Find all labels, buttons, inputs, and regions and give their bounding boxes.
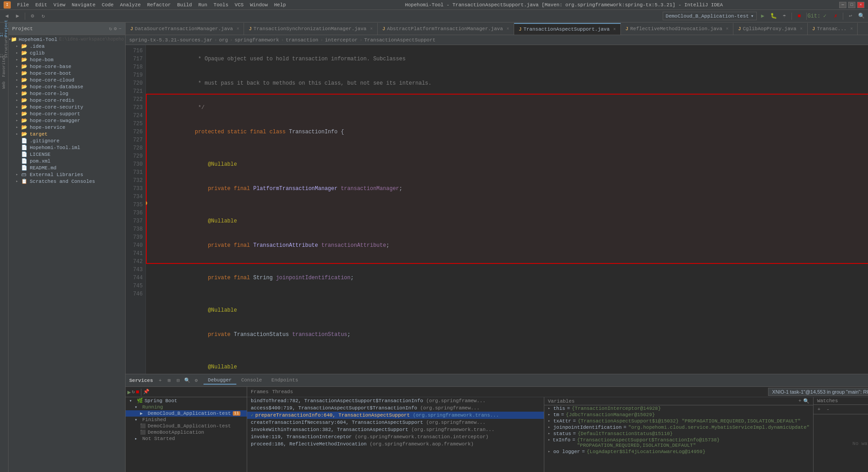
watch-add-btn[interactable]: + <box>815 406 823 413</box>
pin-btn[interactable]: 📌 <box>143 389 149 396</box>
settings-icon[interactable]: ⚙ <box>27 11 37 21</box>
breadcrumb-jar[interactable]: spring-tx-5.3.21-sources.jar <box>129 37 212 43</box>
favorites-icon[interactable]: Favorites <box>0 62 8 70</box>
tree-item-hope-core-redis[interactable]: ▸ 📂 hope-core-redis <box>9 97 125 104</box>
svc-spring-boot[interactable]: ▾ 🌿 Spring Boot <box>126 397 247 404</box>
thread-selector[interactable]: XNIO-1 task-1"@14,553 in group "main": R… <box>768 388 868 396</box>
code-content[interactable]: * Opaque object used to hold transaction… <box>146 45 868 374</box>
svc-democloudb2[interactable]: ⬛ DemoCloud_B_Application-test <box>126 423 247 429</box>
menu-run[interactable]: Run <box>195 2 210 8</box>
var-tm[interactable]: ▸ tm = {JdbcTransactionManager@15029} <box>544 412 813 418</box>
stop-btn[interactable]: ■ <box>136 389 139 396</box>
menu-code[interactable]: Code <box>99 2 116 8</box>
undo-icon[interactable]: ↩ <box>845 11 855 21</box>
search-icon[interactable]: 🔍 <box>856 11 866 21</box>
tree-item-cglib[interactable]: ▸ 📂 cglib <box>9 50 125 56</box>
tab-datasource[interactable]: J DataSourceTransactionManager.java × <box>126 23 244 35</box>
tree-item-hope-core-swagger[interactable]: ▸ 📂 hope-core-swagger <box>9 117 125 124</box>
project-icon[interactable]: 1: Project <box>0 24 8 32</box>
menu-help[interactable]: Help <box>271 2 289 8</box>
tree-item-hope-core-security[interactable]: ▸ 📂 hope-core-security <box>9 104 125 110</box>
breadcrumb-springframework[interactable]: springframework <box>235 37 279 43</box>
tab-txaspect[interactable]: J TransactionAspectSupport.java × <box>514 23 621 35</box>
tab-debugger[interactable]: Debugger <box>203 377 236 385</box>
frame-5[interactable]: invoke:119, TransactionInterceptor (org.… <box>247 433 544 440</box>
tree-item-pom[interactable]: 📄 pom.xml <box>9 158 125 164</box>
watch-remove-btn[interactable]: - <box>824 406 832 413</box>
svc-add-btn[interactable]: + <box>157 377 164 384</box>
svc-demoboot[interactable]: ⬛ DemoBootApplication <box>126 429 247 436</box>
menu-analyze[interactable]: Analyze <box>117 2 143 8</box>
var-add-btn[interactable]: + <box>799 398 802 404</box>
tree-item-hope-core-cloud[interactable]: ▸ 📂 hope-core-cloud <box>9 77 125 83</box>
menu-edit[interactable]: Edit <box>32 2 50 8</box>
var-txinfo[interactable]: ▸ txInfo = {TransactionAspectSupport$Tra… <box>544 437 813 449</box>
minimize-button[interactable]: ─ <box>839 2 846 8</box>
tab-endpoints[interactable]: Endpoints <box>267 377 303 385</box>
breadcrumb-interceptor[interactable]: interceptor <box>325 37 358 43</box>
tree-item-hope-core-log[interactable]: ▸ 📂 hope-core-log <box>9 90 125 97</box>
tree-item-iml[interactable]: 📄 Hopehomi-Tool.iml <box>9 144 125 151</box>
tab-abstractplatform-close[interactable]: × <box>506 27 509 32</box>
tab-txaspect-close[interactable]: × <box>613 27 616 32</box>
project-sync-icon[interactable]: ↻ <box>109 26 112 32</box>
forward-icon[interactable]: ▶ <box>13 11 23 21</box>
svc-democloudb[interactable]: ▶ DemoCloud_B_Application-test 11 <box>126 410 247 417</box>
close-button[interactable]: × <box>857 2 864 8</box>
menu-refactor[interactable]: Refactor <box>145 2 174 8</box>
menu-tools[interactable]: Tools <box>211 2 231 8</box>
tree-item-license[interactable]: 📄 LICENSE <box>9 151 125 158</box>
menu-vcs[interactable]: VCS <box>232 2 246 8</box>
menu-build[interactable]: Build <box>174 2 194 8</box>
tree-item-scratches[interactable]: ▸ 📋 Scratches and Consoles <box>9 178 125 185</box>
tab-transac-close[interactable]: × <box>850 27 853 32</box>
sync-icon[interactable]: ↻ <box>38 11 48 21</box>
tab-reflective[interactable]: J ReflectiveMethodInvocation.java × <box>621 23 733 35</box>
stop-button[interactable]: ■ <box>794 11 804 21</box>
menu-window[interactable]: Window <box>247 2 271 8</box>
tab-transac[interactable]: J Transac... × <box>808 23 858 35</box>
var-this[interactable]: ▸ this = {TransactionInterceptor@14928} <box>544 405 813 412</box>
breadcrumb-org[interactable]: org <box>219 37 228 43</box>
frame-1[interactable]: access$400:719, TransactionAspectSupport… <box>247 404 544 412</box>
project-settings-icon[interactable]: ⚙ <box>114 26 117 32</box>
tab-cglib[interactable]: J CglibAopProxy.java × <box>733 23 807 35</box>
svc-finished[interactable]: ▾ Finished <box>126 417 247 423</box>
git-check-icon[interactable]: ✓ <box>820 11 830 21</box>
frame-4[interactable]: invokeWithinTransaction:382, Transaction… <box>247 426 544 433</box>
tree-item-external-libraries[interactable]: ▸ 🗃 External Libraries <box>9 171 125 178</box>
svc-not-started[interactable]: ▸ Not Started <box>126 436 247 442</box>
tree-item-idea[interactable]: ▸ 📂 .idea <box>9 43 125 50</box>
maximize-button[interactable]: □ <box>848 2 855 8</box>
breadcrumb-class[interactable]: TransactionAspectSupport <box>364 37 435 43</box>
run-config-dropdown[interactable]: DemoCloud_B_Application-test ▾ <box>663 12 757 20</box>
var-joinpoint[interactable]: ▸ joinpointIdentification = "org.hopehom… <box>544 424 813 431</box>
tree-item-hope-core-boot[interactable]: ▸ 📂 hope-core-boot <box>9 70 125 77</box>
var-logger[interactable]: ▸ oo logger = {LogAdapter$Slf4jLocationA… <box>544 449 813 455</box>
breadcrumb-transaction[interactable]: transaction <box>286 37 319 43</box>
menu-view[interactable]: View <box>51 2 68 8</box>
tree-item-target[interactable]: ▸ 📂 target <box>9 131 125 137</box>
web-icon[interactable]: Web <box>0 81 8 89</box>
tab-txsync[interactable]: J TransactionSynchronizationManager.java… <box>244 23 377 35</box>
tree-item-readme[interactable]: 📄 README.md <box>9 164 125 171</box>
tree-item-hope-core-support[interactable]: ▸ 📂 hope-core-support <box>9 110 125 117</box>
frame-0[interactable]: bindToThread:782, TransactionAspectSuppo… <box>247 397 544 404</box>
tree-item-hope-bom[interactable]: ▸ 📂 hope-bom <box>9 56 125 63</box>
git-x-icon[interactable]: ✗ <box>831 11 841 21</box>
svc-collapse-all-btn[interactable]: ⊟ <box>175 377 182 384</box>
debug-button[interactable]: 🐛 <box>769 11 778 21</box>
project-collapse-icon[interactable]: – <box>118 26 122 32</box>
tree-item-hope-core-database[interactable]: ▸ 📂 hope-core-database <box>9 83 125 90</box>
tab-console[interactable]: Console <box>237 377 267 385</box>
structure-icon[interactable]: 2: Structure <box>0 43 8 51</box>
run-green-btn[interactable]: ▶ <box>127 389 131 396</box>
tree-item-gitignore[interactable]: 📄 .gitignore <box>9 137 125 144</box>
var-status[interactable]: ▸ status = {DefaultTransactionStatus@151… <box>544 431 813 437</box>
tree-item-root[interactable]: ▾ 📁 Hopehomi-Tool E:\idea-workspace\hope… <box>9 36 125 43</box>
tab-txsync-close[interactable]: × <box>370 27 373 32</box>
git-icon[interactable]: Git: <box>809 11 819 21</box>
rerun-btn[interactable]: ↻ <box>132 389 135 396</box>
coverage-button[interactable]: ☂ <box>779 11 789 21</box>
tab-abstractplatform[interactable]: J AbstractPlatformTransactionManager.jav… <box>378 23 514 35</box>
